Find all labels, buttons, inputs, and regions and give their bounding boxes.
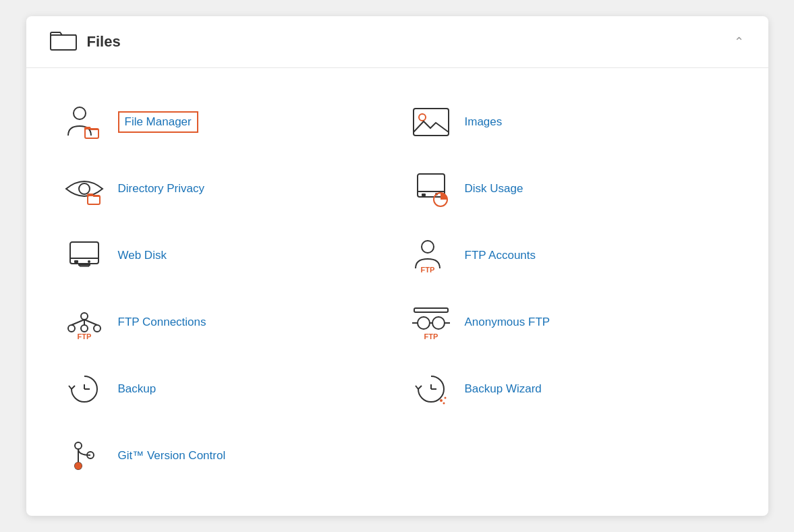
ftp-accounts-icon: FTP bbox=[411, 237, 451, 274]
images-icon bbox=[411, 103, 451, 140]
svg-text:FTP: FTP bbox=[424, 332, 438, 341]
svg-line-26 bbox=[84, 320, 97, 325]
file-manager-icon bbox=[64, 103, 105, 140]
menu-item-web-disk[interactable]: Web Disk bbox=[51, 222, 397, 289]
backup-icon bbox=[64, 370, 105, 407]
ftp-connections-icon: FTP bbox=[64, 303, 105, 341]
svg-rect-28 bbox=[414, 308, 448, 312]
backup-wizard-label: Backup Wizard bbox=[465, 382, 542, 396]
svg-point-46 bbox=[75, 463, 82, 469]
ftp-accounts-label: FTP Accounts bbox=[465, 249, 536, 262]
svg-text:FTP: FTP bbox=[420, 266, 434, 274]
svg-point-1 bbox=[74, 107, 86, 119]
menu-item-anonymous-ftp[interactable]: FTP Anonymous FTP bbox=[397, 289, 744, 355]
svg-point-5 bbox=[79, 183, 90, 194]
svg-point-41 bbox=[443, 402, 445, 404]
menu-item-images[interactable]: Images bbox=[397, 88, 744, 155]
svg-point-4 bbox=[419, 114, 426, 121]
svg-point-39 bbox=[440, 399, 443, 402]
web-disk-label: Web Disk bbox=[118, 249, 167, 262]
web-disk-icon bbox=[64, 237, 105, 274]
folder-icon bbox=[51, 30, 78, 54]
anonymous-ftp-icon: FTP bbox=[411, 303, 451, 341]
files-card: Files ⌃ File Manager bbox=[26, 16, 768, 516]
backup-label: Backup bbox=[118, 382, 157, 396]
images-label: Images bbox=[465, 115, 503, 129]
svg-rect-14 bbox=[74, 260, 78, 263]
svg-point-42 bbox=[75, 442, 82, 449]
svg-rect-0 bbox=[51, 35, 76, 50]
directory-privacy-icon bbox=[64, 170, 105, 207]
svg-point-22 bbox=[94, 325, 101, 332]
svg-line-24 bbox=[72, 320, 84, 325]
disk-usage-icon bbox=[411, 170, 451, 207]
svg-point-18 bbox=[422, 241, 434, 253]
menu-item-file-manager[interactable]: File Manager bbox=[51, 88, 397, 155]
menu-item-disk-usage[interactable]: Disk Usage bbox=[397, 155, 744, 222]
menu-item-backup[interactable]: Backup bbox=[51, 355, 397, 422]
svg-point-15 bbox=[88, 260, 90, 263]
header-left: Files bbox=[51, 30, 121, 54]
svg-rect-9 bbox=[422, 194, 426, 196]
header-title: Files bbox=[87, 33, 121, 51]
menu-item-directory-privacy[interactable]: Directory Privacy bbox=[51, 155, 397, 222]
svg-rect-12 bbox=[70, 242, 98, 264]
svg-point-29 bbox=[418, 317, 430, 329]
card-header: Files ⌃ bbox=[26, 16, 768, 68]
git-version-control-label: Git™ Version Control bbox=[118, 449, 226, 463]
menu-item-ftp-accounts[interactable]: FTP FTP Accounts bbox=[397, 222, 744, 289]
svg-point-30 bbox=[432, 317, 445, 329]
menu-item-ftp-connections[interactable]: FTP FTP Connections bbox=[51, 289, 397, 355]
disk-usage-label: Disk Usage bbox=[465, 182, 523, 196]
card-body: File Manager Images bbox=[26, 68, 768, 516]
git-icon bbox=[64, 437, 105, 474]
ftp-connections-label: FTP Connections bbox=[118, 316, 206, 329]
backup-wizard-icon bbox=[411, 370, 451, 407]
menu-item-git-version-control[interactable]: Git™ Version Control bbox=[51, 422, 397, 489]
svg-point-21 bbox=[68, 325, 75, 332]
menu-item-backup-wizard[interactable]: Backup Wizard bbox=[397, 355, 744, 422]
collapse-icon[interactable]: ⌃ bbox=[734, 34, 744, 49]
file-manager-label: File Manager bbox=[118, 111, 198, 133]
anonymous-ftp-label: Anonymous FTP bbox=[465, 316, 550, 329]
svg-rect-2 bbox=[85, 129, 98, 138]
directory-privacy-label: Directory Privacy bbox=[118, 182, 204, 196]
svg-point-40 bbox=[444, 396, 446, 398]
svg-text:FTP: FTP bbox=[77, 332, 91, 341]
svg-point-23 bbox=[81, 325, 88, 332]
menu-grid: File Manager Images bbox=[51, 88, 744, 489]
svg-rect-3 bbox=[414, 109, 449, 136]
svg-point-20 bbox=[81, 313, 88, 320]
